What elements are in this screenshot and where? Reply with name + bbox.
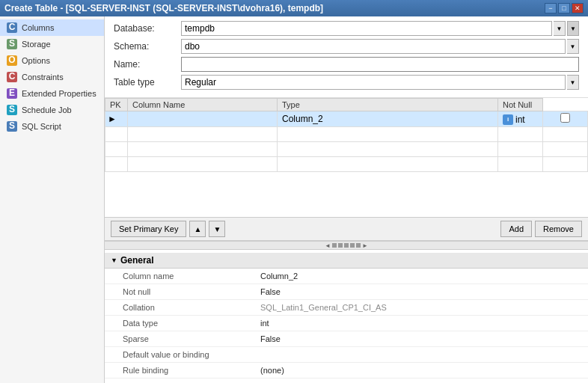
schema-dropdown-btn[interactable]: ▼ — [567, 39, 579, 54]
minimize-button[interactable]: − — [545, 3, 557, 13]
database-input[interactable] — [181, 21, 552, 36]
sql-icon: S — [6, 120, 18, 132]
scroll-indicator[interactable]: ◄ ► — [105, 241, 588, 250]
type-icon-wrapper: i int — [503, 114, 525, 125]
columns-icon: C — [6, 22, 18, 34]
prop-value: (none) — [254, 364, 588, 376]
database-control: ▼ ▼ — [181, 21, 579, 36]
empty-cell — [105, 142, 128, 157]
scroll-left-arrow[interactable]: ◄ — [325, 242, 331, 249]
type-cell: i int — [498, 111, 543, 127]
scroll-dot[interactable] — [332, 243, 337, 248]
prop-group-label: General — [120, 255, 154, 266]
options-icon: O — [6, 55, 18, 67]
database-label: Database: — [114, 23, 181, 34]
sidebar-label-schedule: Schedule Job — [22, 105, 72, 114]
prop-row: Not nullFalse — [105, 284, 588, 300]
empty-cell — [498, 142, 543, 157]
sidebar-label-storage: Storage — [22, 40, 51, 49]
empty-cell — [543, 127, 588, 142]
empty-cell — [498, 127, 543, 142]
properties-section: ▼ General Column nameColumn_2Not nullFal… — [105, 250, 588, 383]
maximize-button[interactable]: □ — [558, 3, 570, 13]
columns-toolbar: Set Primary Key ▲ ▼ Add Remove — [105, 218, 588, 241]
prop-row: Rule binding(none) — [105, 363, 588, 379]
row-arrow: ► — [105, 111, 128, 127]
columns-table-wrapper: PK Column Name Type Not Null ►Column_2i … — [105, 98, 588, 218]
empty-cell — [128, 157, 278, 172]
add-button[interactable]: Add — [500, 221, 532, 237]
prop-value: False — [254, 333, 588, 345]
empty-row — [105, 142, 588, 157]
name-control — [181, 57, 579, 72]
empty-cell — [278, 157, 498, 172]
empty-row — [105, 157, 588, 172]
schema-label: Schema: — [114, 41, 181, 52]
storage-icon: S — [6, 38, 18, 50]
empty-cell — [543, 157, 588, 172]
sidebar-item-constraints[interactable]: CConstraints — [0, 69, 104, 85]
prop-row: SparseFalse — [105, 331, 588, 347]
database-dropdown-btn[interactable]: ▼ — [554, 21, 566, 36]
form-section: Database: ▼ ▼ Schema: ▼ Name: — [105, 16, 588, 98]
extended-icon: E — [6, 88, 18, 99]
svg-text:O: O — [8, 55, 15, 65]
scroll-dot-3[interactable] — [344, 243, 349, 248]
scroll-right-arrow[interactable]: ► — [362, 242, 368, 249]
col-header-notnull: Not Null — [498, 99, 543, 111]
empty-cell — [128, 127, 278, 142]
schema-input[interactable] — [181, 39, 566, 54]
sidebar-item-sqlscript[interactable]: SSQL Script — [0, 118, 104, 135]
scroll-dot-5[interactable] — [356, 243, 361, 248]
empty-cell — [128, 142, 278, 157]
svg-text:E: E — [9, 88, 15, 98]
name-input[interactable] — [181, 57, 579, 72]
prop-value: Column_2 — [254, 270, 588, 282]
svg-text:S: S — [9, 39, 15, 49]
content-area: Database: ▼ ▼ Schema: ▼ Name: — [105, 16, 588, 383]
set-primary-key-button[interactable]: Set Primary Key — [111, 221, 186, 237]
sidebar-item-storage[interactable]: SStorage — [0, 36, 104, 52]
sidebar-label-options: Options — [22, 56, 50, 65]
svg-text:C: C — [9, 22, 16, 32]
collapse-icon[interactable]: ▼ — [111, 257, 117, 264]
empty-cell — [105, 157, 128, 172]
svg-text:C: C — [9, 72, 16, 82]
scroll-dot-2[interactable] — [338, 243, 343, 248]
window-title: Create Table - [SQL-SERVER-INST (SQL-SER… — [4, 3, 323, 13]
table-row[interactable]: ►Column_2i int — [105, 111, 588, 127]
sidebar: CColumnsSStorageOOptionsCConstraintsEExt… — [0, 16, 105, 383]
constraints-icon: C — [6, 71, 18, 83]
schema-control: ▼ — [181, 39, 579, 54]
svg-text:S: S — [9, 105, 15, 114]
empty-cell — [278, 142, 498, 157]
prop-value: int — [254, 317, 588, 329]
sidebar-item-extended[interactable]: EExtended Properties — [0, 85, 104, 102]
pk-cell — [128, 111, 278, 127]
notnull-checkbox[interactable] — [560, 113, 570, 123]
tabletype-dropdown-btn[interactable]: ▼ — [567, 75, 579, 90]
empty-cell — [278, 127, 498, 142]
sidebar-label-columns: Columns — [22, 23, 54, 32]
prop-label: Column name — [105, 270, 254, 282]
schema-row: Schema: ▼ — [114, 39, 579, 54]
name-row: Name: — [114, 57, 579, 72]
move-down-button[interactable]: ▼ — [209, 221, 225, 237]
tabletype-input[interactable] — [181, 75, 566, 90]
remove-button[interactable]: Remove — [535, 221, 582, 237]
notnull-cell[interactable] — [543, 111, 588, 127]
col-header-name: Column Name — [128, 99, 278, 111]
tabletype-row: Table type ▼ — [114, 75, 579, 90]
database-filter-btn[interactable]: ▼ — [567, 21, 579, 36]
prop-row: Data typeint — [105, 316, 588, 331]
move-up-button[interactable]: ▲ — [189, 221, 206, 237]
sidebar-item-schedule[interactable]: SSchedule Job — [0, 102, 104, 118]
sidebar-label-constraints: Constraints — [22, 73, 64, 82]
tabletype-label: Table type — [114, 77, 181, 88]
scroll-dot-4[interactable] — [350, 243, 355, 248]
sidebar-item-options[interactable]: OOptions — [0, 52, 104, 69]
close-button[interactable]: ✕ — [572, 3, 584, 13]
sidebar-item-columns[interactable]: CColumns — [0, 19, 104, 36]
database-row: Database: ▼ ▼ — [114, 21, 579, 36]
svg-text:S: S — [9, 121, 15, 131]
